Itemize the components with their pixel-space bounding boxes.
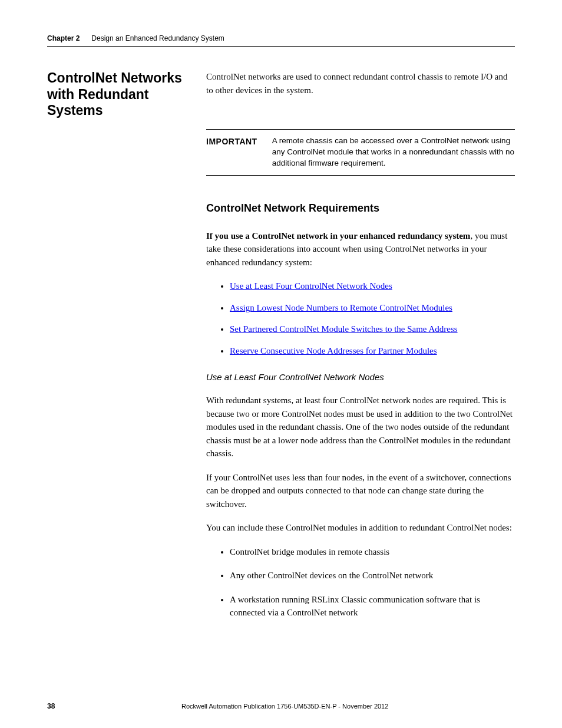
link-partnered-switches[interactable]: Set Partnered ControlNet Module Switches… — [230, 324, 458, 334]
lead-bold: If you use a ControlNet network in your … — [206, 231, 470, 241]
section-heading: ControlNet Networks with Redundant Syste… — [47, 70, 189, 119]
list-item: Set Partnered ControlNet Module Switches… — [230, 322, 515, 336]
important-label: IMPORTANT — [206, 136, 257, 169]
list-item: A workstation running RSLinx Classic com… — [230, 593, 515, 620]
link-reserve-addresses[interactable]: Reserve Consecutive Node Addresses for P… — [230, 346, 437, 355]
subsection-heading: ControlNet Network Requirements — [206, 202, 515, 215]
page-header: Chapter 2 Design an Enhanced Redundancy … — [47, 34, 515, 47]
important-callout: IMPORTANT A remote chassis can be access… — [206, 129, 515, 176]
page-footer: 38 Rockwell Automation Publication 1756-… — [47, 702, 515, 710]
important-text: A remote chassis can be accessed over a … — [272, 136, 515, 169]
requirements-lead: If you use a ControlNet network in your … — [206, 229, 515, 269]
sub3-heading: Use at Least Four ControlNet Network Nod… — [206, 372, 515, 382]
list-item: Reserve Consecutive Node Addresses for P… — [230, 344, 515, 358]
list-item: Assign Lowest Node Numbers to Remote Con… — [230, 301, 515, 315]
sub3-p1: With redundant systems, at least four Co… — [206, 394, 515, 460]
chapter-label: Chapter 2 — [47, 34, 80, 42]
list-item: Any other ControlNet devices on the Cont… — [230, 569, 515, 582]
intro-paragraph: ControlNet networks are used to connect … — [206, 70, 515, 97]
list-item: Use at Least Four ControlNet Network Nod… — [230, 279, 515, 293]
page-number: 38 — [47, 702, 55, 710]
link-four-nodes[interactable]: Use at Least Four ControlNet Network Nod… — [230, 281, 392, 291]
chapter-title: Design an Enhanced Redundancy System — [91, 34, 224, 42]
publication-info: Rockwell Automation Publication 1756-UM5… — [181, 703, 388, 710]
modules-list: ControlNet bridge modules in remote chas… — [206, 545, 515, 620]
list-item: ControlNet bridge modules in remote chas… — [230, 545, 515, 559]
sub3-p3: You can include these ControlNet modules… — [206, 521, 515, 535]
sub3-p2: If your ControlNet uses less than four n… — [206, 471, 515, 511]
link-lowest-node[interactable]: Assign Lowest Node Numbers to Remote Con… — [230, 303, 452, 312]
requirements-link-list: Use at Least Four ControlNet Network Nod… — [206, 279, 515, 357]
